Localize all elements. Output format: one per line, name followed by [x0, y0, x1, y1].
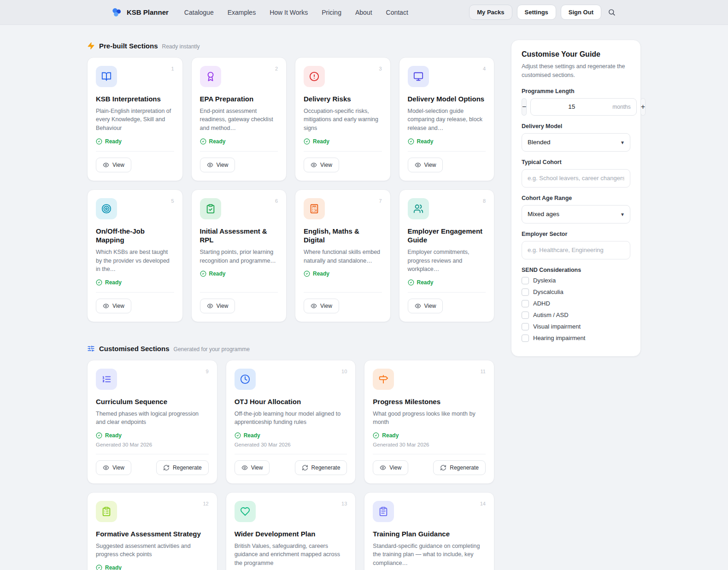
view-button[interactable]: View [200, 158, 235, 172]
view-button[interactable]: View [235, 460, 270, 475]
sign-out-button[interactable]: Sign Out [561, 5, 601, 20]
send-option[interactable]: Dyslexia [522, 277, 628, 284]
regenerate-button[interactable]: Regenerate [295, 460, 347, 475]
send-option[interactable]: Autism / ASD [522, 311, 628, 319]
section-card: 1 KSB Interpretations Plain-English inte… [87, 57, 183, 181]
card-number: 14 [480, 501, 486, 506]
regenerate-button[interactable]: Regenerate [156, 460, 209, 475]
check-circle-icon [304, 270, 310, 277]
nav-catalogue[interactable]: Catalogue [184, 9, 214, 16]
programme-length-input[interactable] [531, 103, 612, 110]
status-badge: Ready [408, 138, 486, 145]
brand-logo-icon [111, 6, 123, 18]
increment-button[interactable]: + [640, 98, 646, 116]
check-circle-icon [408, 279, 414, 286]
status-label: Ready [417, 138, 434, 145]
customise-guide-panel: Customise Your Guide Adjust these settin… [511, 40, 641, 357]
card-number: 11 [481, 369, 486, 374]
card-number: 5 [171, 198, 174, 204]
send-option[interactable]: Visual impairment [522, 323, 628, 330]
card-title: Formative Assessment Strategy [96, 529, 209, 539]
cohort-age-range-select[interactable]: Mixed ages [522, 205, 630, 223]
book-open-icon [96, 66, 117, 87]
send-considerations-list[interactable]: DyslexiaDyscalculiaADHDAutism / ASDVisua… [522, 277, 630, 346]
delivery-model-label: Delivery Model [522, 123, 630, 129]
view-button[interactable]: View [304, 299, 339, 313]
refresh-icon [440, 464, 446, 471]
section-card: 9 Curriculum Sequence Themed phases with… [87, 360, 217, 484]
send-checkbox[interactable] [522, 323, 529, 330]
clipboard-text-icon [373, 501, 394, 522]
send-option-label: Autism / ASD [533, 311, 569, 318]
prebuilt-section-title: Pre-built Sections [99, 42, 158, 50]
regenerate-button[interactable]: Regenerate [433, 460, 486, 475]
status-badge: Ready [304, 270, 382, 277]
nav-contact[interactable]: Contact [386, 9, 408, 16]
send-option[interactable]: Hearing impairment [522, 335, 628, 342]
brand: KSB Planner [111, 6, 169, 18]
view-button[interactable]: View [96, 299, 131, 313]
view-button[interactable]: View [304, 158, 339, 172]
my-packs-button[interactable]: My Packs [469, 5, 512, 20]
programme-length-unit: months [612, 104, 636, 110]
typical-cohort-input[interactable] [522, 169, 630, 188]
card-number: 7 [379, 198, 382, 204]
view-button[interactable]: View [408, 158, 443, 172]
send-option[interactable]: Dyscalculia [522, 288, 628, 296]
status-label: Ready [313, 270, 329, 277]
send-checkbox[interactable] [522, 288, 529, 296]
section-card: 8 Employer Engagement Guide Employer com… [399, 189, 495, 322]
card-description: What good progress looks like month by m… [373, 410, 486, 427]
status-label: Ready [105, 279, 122, 286]
employer-sector-input[interactable] [522, 241, 630, 259]
send-considerations-field: SEND Considerations DyslexiaDyscalculiaA… [522, 267, 630, 346]
section-card: 13 Wider Development Plan British Values… [226, 492, 356, 570]
status-badge: Ready [200, 270, 278, 277]
status-label: Ready [105, 432, 122, 439]
milestone-icon [373, 369, 394, 390]
customised-card-grid: 9 Curriculum Sequence Themed phases with… [87, 360, 494, 570]
send-checkbox[interactable] [522, 300, 529, 307]
check-circle-icon [96, 279, 102, 286]
card-title: Delivery Risks [304, 94, 382, 104]
nav-about[interactable]: About [355, 9, 372, 16]
programme-length-value-box: months [530, 98, 636, 116]
settings-button[interactable]: Settings [517, 5, 556, 20]
status-label: Ready [244, 432, 260, 439]
eye-icon [207, 303, 213, 309]
card-title: Employer Engagement Guide [408, 227, 486, 245]
send-option-label: Dyslexia [533, 277, 556, 284]
nav-how-it-works[interactable]: How It Works [270, 9, 308, 16]
generated-date: Generated 30 Mar 2026 [96, 442, 209, 447]
calculator-icon [304, 198, 325, 219]
main-nav: Catalogue Examples How It Works Pricing … [184, 9, 408, 16]
card-title: On/Off-the-Job Mapping [96, 227, 174, 245]
send-option-label: Dyscalculia [533, 288, 564, 295]
decrement-button[interactable]: − [522, 98, 527, 116]
view-button[interactable]: View [96, 460, 131, 475]
brand-name: KSB Planner [127, 8, 169, 16]
card-title: Curriculum Sequence [96, 397, 209, 406]
card-number: 8 [483, 198, 486, 204]
card-number: 4 [483, 66, 486, 71]
eye-icon [415, 303, 421, 309]
send-option[interactable]: ADHD [522, 300, 628, 307]
section-card: 2 EPA Preparation End-point assessment r… [191, 57, 287, 181]
clock-icon [235, 369, 256, 390]
target-icon [96, 198, 117, 219]
send-checkbox[interactable] [522, 277, 529, 284]
alert-circle-icon [304, 66, 325, 87]
view-button[interactable]: View [96, 158, 131, 172]
view-button[interactable]: View [408, 299, 443, 313]
check-circle-icon [96, 138, 102, 145]
nav-pricing[interactable]: Pricing [322, 9, 341, 16]
status-badge: Ready [96, 279, 174, 286]
send-checkbox[interactable] [522, 335, 529, 342]
view-button[interactable]: View [200, 299, 235, 313]
programme-length-field: Programme Length − months + [522, 88, 630, 116]
delivery-model-select[interactable]: Blended [522, 133, 630, 152]
nav-examples[interactable]: Examples [228, 9, 256, 16]
send-checkbox[interactable] [522, 311, 529, 319]
search-icon[interactable] [606, 6, 617, 18]
view-button[interactable]: View [373, 460, 408, 475]
